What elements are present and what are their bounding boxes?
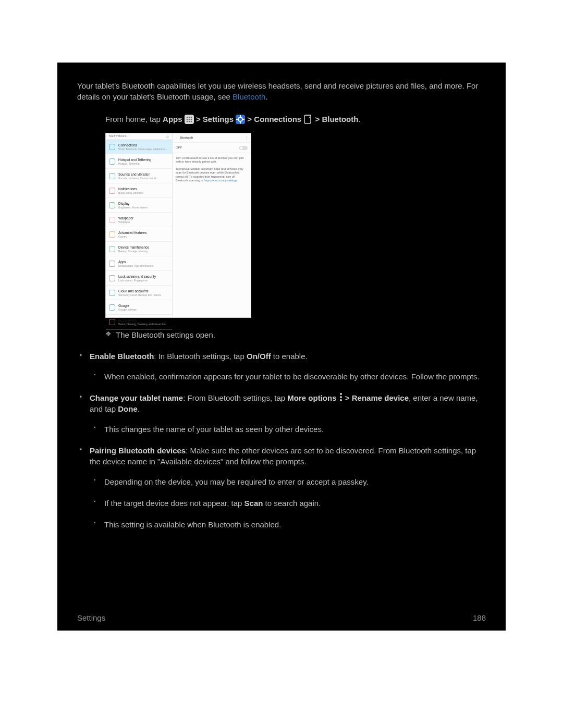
nav-apps-label: Apps [163, 115, 182, 124]
rename-device: Rename device [352, 393, 409, 402]
sidebar-item-title: Notifications [118, 187, 143, 191]
enable-sublist: When enabled, confirmation appears for y… [90, 371, 486, 382]
nav-prefix: From home, tap [105, 115, 163, 124]
detail-info: Turn on Bluetooth to see a list of devic… [173, 153, 251, 186]
sidebar-item: Cloud and accountsSamsung Cloud, Backup … [106, 286, 172, 300]
settings-sidebar-header: SETTINGS ⌕ [106, 133, 172, 140]
nav-settings-label: Settings [203, 115, 234, 124]
improve-accuracy-link: Improve accuracy settings [204, 179, 237, 182]
pairing-label: Pairing Bluetooth devices [90, 446, 186, 455]
settings-detail-pane: ‹ Bluetooth ⋮ OFF Turn on Bluetooth to s… [173, 133, 251, 317]
svg-point-3 [190, 117, 192, 118]
sidebar-item-subtitle: Battery, Storage, Memory [118, 250, 149, 253]
pairing-sub-a: Depending on the device, you may be requ… [90, 476, 486, 487]
sidebar-item-subtitle: Games [118, 235, 146, 239]
intro-suffix: . [265, 92, 267, 101]
sidebar-item-title: Google [118, 303, 137, 308]
sidebar-item-title: Device maintenance [118, 245, 149, 250]
toggle-switch [239, 146, 248, 150]
sidebar-item-icon [109, 173, 115, 179]
sidebar-item-icon [109, 158, 115, 165]
bluetooth-link[interactable]: Bluetooth [232, 92, 265, 101]
sidebar-item-subtitle: Wallpaper [118, 220, 133, 224]
detail-title: Bluetooth [180, 135, 193, 140]
pairing-scan: Scan [244, 499, 263, 508]
settings-sidebar-title: SETTINGS [109, 134, 127, 138]
info-paragraph-1: Turn on Bluetooth to see a list of devic… [176, 156, 248, 164]
svg-point-17 [309, 117, 310, 118]
intro-paragraph: Your tablet's Bluetooth capabilities let… [77, 80, 486, 102]
settings-icon [236, 115, 245, 124]
result-list: The Bluetooth settings open. [105, 329, 486, 351]
nav-bluetooth-label: Bluetooth [322, 115, 358, 124]
nav-sep1: > [196, 115, 203, 124]
step-rename: Change your tablet name: From Bluetooth … [77, 392, 486, 435]
sidebar-item-icon [109, 202, 115, 208]
sidebar-item: GoogleGoogle settings [106, 300, 172, 315]
back-icon: ‹ [176, 135, 177, 140]
document-page: Your tablet's Bluetooth capabilities let… [57, 63, 506, 631]
footer-section: Settings [77, 612, 105, 623]
sidebar-item-title: Accessibility [118, 318, 166, 323]
pairing-b-pre: If the target device does not appear, ta… [104, 499, 244, 508]
intro-text: Your tablet's Bluetooth capabilities let… [77, 81, 478, 101]
settings-screenshot: SETTINGS ⌕ ConnectionsWi-Fi, Bluetooth, … [105, 133, 251, 318]
sidebar-item-subtitle: Default apps, App permissions [118, 264, 154, 268]
sidebar-item-title: Wallpaper [118, 216, 133, 220]
rename-more: More options [287, 393, 336, 402]
sidebar-item: Device maintenanceBattery, Storage, Memo… [106, 242, 172, 256]
sidebar-item-icon [109, 246, 115, 252]
pairing-sub-c: This setting is available when Bluetooth… [90, 519, 486, 530]
sidebar-item: ConnectionsWi-Fi, Bluetooth, Data usage,… [106, 140, 172, 154]
nav-connections-label: Connections [254, 115, 301, 124]
svg-point-6 [190, 119, 192, 120]
rename-done: Done [118, 404, 138, 413]
page-footer: Settings 188 [77, 609, 486, 623]
svg-rect-16 [304, 115, 311, 124]
sidebar-item-icon [109, 304, 115, 311]
sidebar-item: NotificationsBlock, allow, prioritize [106, 183, 172, 198]
enable-end: to enable. [271, 352, 308, 361]
sidebar-item: Sounds and vibrationSounds, Vibration, D… [106, 169, 172, 183]
sidebar-item: AccessibilityVision, Hearing, Dexterity … [106, 315, 172, 329]
sidebar-item-icon [109, 144, 115, 150]
settings-sidebar: SETTINGS ⌕ ConnectionsWi-Fi, Bluetooth, … [106, 133, 173, 317]
sidebar-item-subtitle: Lock screen, Fingerprints [118, 279, 156, 282]
sidebar-item-subtitle: Google settings [118, 308, 137, 312]
pairing-sublist: Depending on the device, you may be requ… [90, 476, 486, 530]
enable-sub: When enabled, confirmation appears for y… [90, 371, 486, 382]
sidebar-item-icon [109, 217, 115, 223]
sidebar-item: Advanced featuresGames [106, 227, 172, 242]
sidebar-item-subtitle: Sounds, Vibration, Do not disturb [118, 177, 156, 180]
svg-point-8 [188, 121, 190, 122]
sidebar-item-title: Cloud and accounts [118, 289, 161, 293]
sidebar-item-title: Display [118, 201, 148, 206]
nav-sep3: > [315, 115, 322, 124]
svg-point-5 [188, 119, 190, 120]
navigation-line: From home, tap Apps > Settings > Connect… [105, 114, 486, 125]
connections-icon [303, 115, 313, 124]
rename-label: Change your tablet name [90, 393, 183, 402]
page-number: 188 [473, 612, 486, 623]
sidebar-item-subtitle: Hotspot, Tethering [118, 162, 151, 166]
sidebar-item-subtitle: Brightness, Home screen [118, 206, 148, 209]
sidebar-item: DisplayBrightness, Home screen [106, 198, 172, 213]
pairing-b-post: to search again. [263, 499, 321, 508]
sidebar-item: AppsDefault apps, App permissions [106, 256, 172, 271]
rename-t3: . [138, 404, 140, 413]
pairing-sub-b: If the target device does not appear, ta… [90, 498, 486, 509]
rename-t1: : From Bluetooth settings, tap [183, 393, 287, 402]
sidebar-item-subtitle: Block, allow, prioritize [118, 191, 143, 195]
enable-label: Enable Bluetooth [90, 352, 154, 361]
more-options-icon: ⋮ [245, 135, 248, 140]
sidebar-item-title: Hotspot and Tethering [118, 157, 151, 162]
apps-icon [185, 115, 194, 124]
rename-sep: > [345, 393, 352, 402]
result-item: The Bluetooth settings open. [105, 329, 486, 340]
sidebar-item: Hotspot and TetheringHotspot, Tethering [106, 154, 172, 169]
info-paragraph-2: To improve location accuracy, apps and s… [176, 167, 248, 183]
sidebar-item-icon [109, 188, 115, 194]
rename-sublist: This changes the name of your tablet as … [90, 424, 486, 435]
enable-mid: : In Bluetooth settings, tap [154, 352, 247, 361]
sidebar-item-subtitle: Samsung Cloud, Backup and restore [118, 293, 161, 297]
